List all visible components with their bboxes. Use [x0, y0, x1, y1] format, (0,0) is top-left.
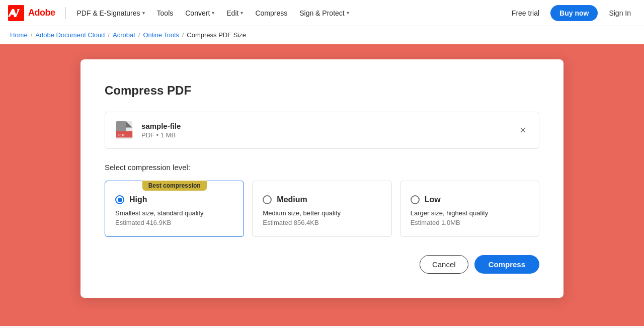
dialog-actions: Cancel Compress	[105, 255, 539, 274]
cancel-button[interactable]: Cancel	[420, 255, 468, 274]
best-compression-badge: Best compression	[142, 181, 207, 191]
radio-circle-high	[115, 195, 124, 204]
brand-logo[interactable]: Adobe	[8, 5, 55, 21]
compression-option-low[interactable]: Low Larger size, highest quality Estimat…	[400, 181, 539, 237]
breadcrumb-home[interactable]: Home	[10, 31, 28, 39]
navbar: Adobe PDF & E-Signatures ▾ Tools Convert…	[0, 0, 644, 26]
pdf-file-icon: PDF	[115, 121, 133, 139]
chevron-down-icon: ▾	[142, 10, 145, 16]
nav-free-trial[interactable]: Free trial	[507, 6, 544, 20]
radio-circle-medium	[263, 195, 272, 204]
nav-edit[interactable]: Edit ▾	[221, 6, 248, 20]
radio-row: High	[115, 195, 233, 204]
breadcrumb-sep: /	[182, 31, 184, 39]
adobe-logo-icon	[8, 5, 24, 21]
compress-dialog: Compress PDF PDF sample-file PDF • 1 MB …	[80, 59, 564, 298]
brand-name: Adobe	[28, 8, 55, 18]
radio-circle-low	[411, 195, 420, 204]
compress-button[interactable]: Compress	[474, 255, 539, 274]
option-title-high: High	[129, 195, 147, 204]
breadcrumb-sep: /	[108, 31, 110, 39]
svg-text:PDF: PDF	[118, 133, 125, 137]
compression-option-medium[interactable]: Medium Medium size, better quality Estim…	[252, 181, 391, 237]
breadcrumb-sep: /	[138, 31, 140, 39]
breadcrumb-current: Compress PDF Size	[187, 31, 246, 39]
option-desc-low: Larger size, highest quality	[411, 209, 529, 217]
file-name: sample-file	[141, 122, 509, 130]
page-background: Compress PDF PDF sample-file PDF • 1 MB …	[0, 44, 644, 326]
dialog-title: Compress PDF	[105, 84, 539, 98]
file-meta: PDF • 1 MB	[141, 131, 509, 139]
buy-now-button[interactable]: Buy now	[550, 5, 598, 21]
radio-row: Low	[411, 195, 529, 204]
option-title-medium: Medium	[277, 195, 307, 204]
nav-tools[interactable]: Tools	[152, 6, 179, 20]
option-est-high: Estimated 416.9KB	[115, 219, 233, 226]
chevron-down-icon: ▾	[347, 10, 349, 16]
breadcrumb-online-tools[interactable]: Online Tools	[143, 31, 179, 39]
breadcrumb-sep: /	[31, 31, 33, 39]
breadcrumb-document-cloud[interactable]: Adobe Document Cloud	[35, 31, 105, 39]
file-icon-wrap: PDF	[114, 120, 134, 140]
compression-options: Best compression High Smallest size, sta…	[105, 181, 539, 237]
compression-label: Select compression level:	[105, 163, 539, 172]
sign-in-link[interactable]: Sign In	[604, 6, 636, 20]
compression-option-high[interactable]: Best compression High Smallest size, sta…	[105, 181, 244, 237]
option-title-low: Low	[425, 195, 441, 204]
file-close-button[interactable]: ✕	[516, 123, 530, 137]
option-desc-medium: Medium size, better quality	[263, 209, 381, 217]
breadcrumb: Home / Adobe Document Cloud / Acrobat / …	[0, 26, 644, 44]
option-est-medium: Estimated 856.4KB	[263, 219, 381, 226]
nav-convert[interactable]: Convert ▾	[180, 6, 219, 20]
nav-divider	[65, 7, 66, 19]
option-desc-high: Smallest size, standard quality	[115, 209, 233, 217]
radio-row: Medium	[263, 195, 381, 204]
option-est-low: Estimated 1.0MB	[411, 219, 529, 226]
file-info: sample-file PDF • 1 MB	[141, 122, 509, 139]
chevron-down-icon: ▾	[212, 10, 214, 16]
nav-pdf-esignatures[interactable]: PDF & E-Signatures ▾	[72, 6, 150, 20]
breadcrumb-acrobat[interactable]: Acrobat	[113, 31, 135, 39]
file-row: PDF sample-file PDF • 1 MB ✕	[105, 112, 539, 149]
nav-compress[interactable]: Compress	[250, 6, 292, 20]
nav-sign-protect[interactable]: Sign & Protect ▾	[294, 6, 354, 20]
chevron-down-icon: ▾	[240, 10, 243, 16]
